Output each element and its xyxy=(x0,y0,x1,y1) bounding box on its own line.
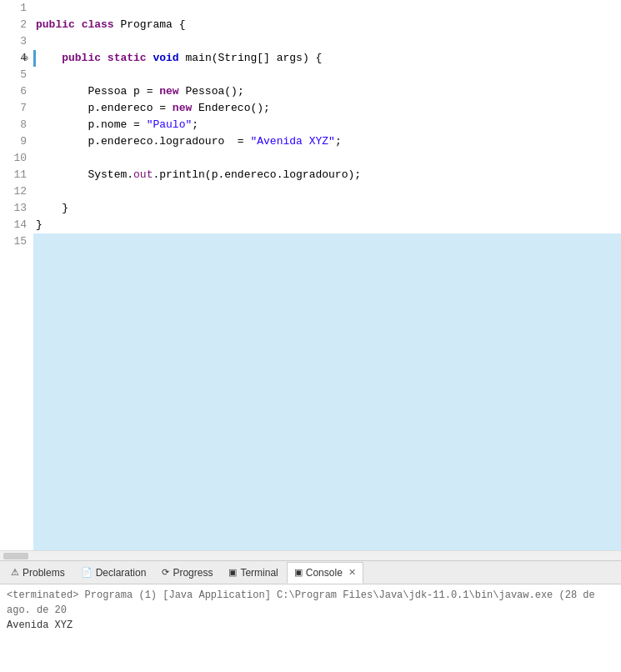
editor-empty-space xyxy=(33,392,621,550)
tab-terminal[interactable]: ▣ Terminal xyxy=(221,562,285,584)
line-num-10: 10 xyxy=(0,150,27,167)
line-num-3: 3 xyxy=(0,33,27,50)
code-line-3 xyxy=(33,33,621,50)
code-line-1 xyxy=(33,0,621,17)
tab-declaration-label: Declaration xyxy=(96,567,147,579)
code-line-12 xyxy=(33,183,621,200)
line-num-4: 4 xyxy=(0,50,27,67)
code-editor: 1 2 3 4 5 6 7 8 9 10 11 12 13 14 15 publ… xyxy=(0,0,621,550)
bottom-panel: ⚠ Problems 📄 Declaration ⟳ Progress ▣ Te… xyxy=(0,560,621,672)
line-num-11: 11 xyxy=(0,167,27,183)
line-num-6: 6 xyxy=(0,83,27,100)
line-num-1: 1 xyxy=(0,0,27,17)
tab-progress[interactable]: ⟳ Progress xyxy=(154,562,220,584)
progress-icon: ⟳ xyxy=(162,567,169,578)
line-num-5: 5 xyxy=(0,67,27,83)
scrollbar-thumb[interactable] xyxy=(3,553,28,559)
console-icon: ▣ xyxy=(294,567,303,578)
tab-console-label: Console xyxy=(306,567,343,579)
line-num-8: 8 xyxy=(0,117,27,133)
code-line-10 xyxy=(33,150,621,167)
code-line-7: p.endereco = new Endereco(); xyxy=(33,100,621,117)
code-line-15 xyxy=(33,233,621,392)
console-status-text: <terminated> Programa (1) [Java Applicat… xyxy=(7,589,595,616)
tab-declaration[interactable]: 📄 Declaration xyxy=(73,562,154,584)
console-output-area: <terminated> Programa (1) [Java Applicat… xyxy=(0,584,621,672)
console-output-line: Avenida XYZ xyxy=(7,618,614,633)
bottom-tabs-bar: ⚠ Problems 📄 Declaration ⟳ Progress ▣ Te… xyxy=(0,561,621,584)
line-num-9: 9 xyxy=(0,133,27,150)
terminal-icon: ▣ xyxy=(228,567,237,578)
tab-problems[interactable]: ⚠ Problems xyxy=(3,562,73,584)
code-line-4: public static void main(String[] args) { xyxy=(33,50,621,67)
code-line-2: public class Programa { xyxy=(33,17,621,33)
line-num-7: 7 xyxy=(0,100,27,117)
problems-icon: ⚠ xyxy=(11,567,19,578)
code-line-9: p.endereco.logradouro = "Avenida XYZ"; xyxy=(33,133,621,150)
tab-console[interactable]: ▣ Console ✕ xyxy=(287,562,363,584)
line-num-15: 15 xyxy=(0,233,27,250)
horizontal-scrollbar[interactable] xyxy=(0,550,621,560)
console-output-text: Avenida XYZ xyxy=(7,619,73,631)
code-line-6: Pessoa p = new Pessoa(); xyxy=(33,83,621,100)
code-line-11: System.out.println(p.endereco.logradouro… xyxy=(33,167,621,183)
line-num-2: 2 xyxy=(0,17,27,33)
console-close-button[interactable]: ✕ xyxy=(348,567,356,578)
line-num-14: 14 xyxy=(0,217,27,233)
tab-progress-label: Progress xyxy=(173,567,213,579)
declaration-icon: 📄 xyxy=(81,567,93,578)
code-line-5 xyxy=(33,67,621,83)
code-lines-container: public class Programa { public static vo… xyxy=(33,0,621,550)
code-line-13: } xyxy=(33,200,621,217)
code-line-14: } xyxy=(33,217,621,233)
line-numbers: 1 2 3 4 5 6 7 8 9 10 11 12 13 14 15 xyxy=(0,0,33,550)
line-num-13: 13 xyxy=(0,200,27,217)
code-line-8: p.nome = "Paulo"; xyxy=(33,117,621,133)
console-status-line: <terminated> Programa (1) [Java Applicat… xyxy=(7,588,614,618)
line-num-12: 12 xyxy=(0,183,27,200)
tab-problems-label: Problems xyxy=(23,567,65,579)
tab-terminal-label: Terminal xyxy=(240,567,278,579)
